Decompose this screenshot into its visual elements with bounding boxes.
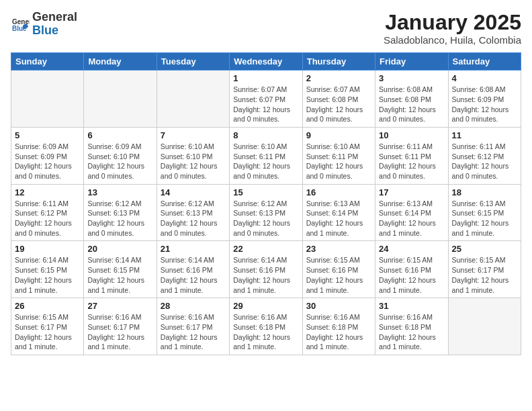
calendar-cell: 1Sunrise: 6:07 AM Sunset: 6:07 PM Daylig…: [230, 71, 302, 128]
day-number: 9: [306, 130, 371, 140]
day-number: 10: [379, 130, 444, 140]
day-number: 7: [161, 130, 226, 140]
calendar-cell: 9Sunrise: 6:10 AM Sunset: 6:11 PM Daylig…: [302, 127, 375, 184]
calendar-cell: 22Sunrise: 6:14 AM Sunset: 6:16 PM Dayli…: [230, 241, 302, 298]
day-info: Sunrise: 6:14 AM Sunset: 6:16 PM Dayligh…: [233, 255, 298, 295]
calendar-cell: 28Sunrise: 6:16 AM Sunset: 6:17 PM Dayli…: [157, 298, 229, 355]
calendar-header-wednesday: Wednesday: [230, 53, 302, 71]
day-number: 22: [233, 244, 298, 254]
day-info: Sunrise: 6:16 AM Sunset: 6:17 PM Dayligh…: [161, 312, 226, 352]
calendar-cell: 11Sunrise: 6:11 AM Sunset: 6:12 PM Dayli…: [448, 127, 521, 184]
calendar-cell: 26Sunrise: 6:15 AM Sunset: 6:17 PM Dayli…: [11, 298, 84, 355]
day-info: Sunrise: 6:15 AM Sunset: 6:16 PM Dayligh…: [379, 255, 444, 295]
day-number: 30: [306, 301, 371, 311]
calendar-cell: 19Sunrise: 6:14 AM Sunset: 6:15 PM Dayli…: [11, 241, 84, 298]
day-info: Sunrise: 6:09 AM Sunset: 6:09 PM Dayligh…: [15, 142, 80, 181]
day-info: Sunrise: 6:09 AM Sunset: 6:10 PM Dayligh…: [87, 142, 152, 181]
calendar-cell: 24Sunrise: 6:15 AM Sunset: 6:16 PM Dayli…: [375, 241, 448, 298]
calendar-cell: [157, 71, 229, 128]
calendar-cell: 3Sunrise: 6:08 AM Sunset: 6:08 PM Daylig…: [375, 71, 448, 128]
day-number: 15: [233, 187, 298, 197]
day-number: 2: [306, 73, 371, 83]
calendar-cell: 10Sunrise: 6:11 AM Sunset: 6:11 PM Dayli…: [375, 127, 448, 184]
logo-general-text: General: [32, 10, 77, 24]
month-title: January 2025: [384, 11, 521, 34]
calendar-week-row: 1Sunrise: 6:07 AM Sunset: 6:07 PM Daylig…: [11, 71, 521, 128]
calendar-cell: 16Sunrise: 6:13 AM Sunset: 6:14 PM Dayli…: [302, 184, 375, 241]
calendar-cell: 4Sunrise: 6:08 AM Sunset: 6:09 PM Daylig…: [448, 71, 521, 128]
calendar-cell: [448, 298, 521, 355]
calendar-cell: 7Sunrise: 6:10 AM Sunset: 6:10 PM Daylig…: [157, 127, 229, 184]
calendar-cell: 15Sunrise: 6:12 AM Sunset: 6:13 PM Dayli…: [230, 184, 302, 241]
logo-icon: General Blue: [11, 15, 30, 34]
day-info: Sunrise: 6:16 AM Sunset: 6:18 PM Dayligh…: [379, 312, 444, 352]
day-number: 1: [233, 73, 298, 83]
day-number: 8: [233, 130, 298, 140]
day-number: 6: [87, 130, 152, 140]
day-number: 20: [87, 244, 152, 254]
day-number: 23: [306, 244, 371, 254]
calendar-cell: 12Sunrise: 6:11 AM Sunset: 6:12 PM Dayli…: [11, 184, 84, 241]
calendar-cell: 17Sunrise: 6:13 AM Sunset: 6:14 PM Dayli…: [375, 184, 448, 241]
calendar-cell: 31Sunrise: 6:16 AM Sunset: 6:18 PM Dayli…: [375, 298, 448, 355]
day-info: Sunrise: 6:14 AM Sunset: 6:16 PM Dayligh…: [161, 255, 226, 295]
calendar-cell: 30Sunrise: 6:16 AM Sunset: 6:18 PM Dayli…: [302, 298, 375, 355]
calendar-cell: 29Sunrise: 6:16 AM Sunset: 6:18 PM Dayli…: [230, 298, 302, 355]
calendar-week-row: 19Sunrise: 6:14 AM Sunset: 6:15 PM Dayli…: [11, 241, 521, 298]
calendar-week-row: 26Sunrise: 6:15 AM Sunset: 6:17 PM Dayli…: [11, 298, 521, 355]
calendar-cell: 5Sunrise: 6:09 AM Sunset: 6:09 PM Daylig…: [11, 127, 84, 184]
calendar-cell: 13Sunrise: 6:12 AM Sunset: 6:13 PM Dayli…: [84, 184, 157, 241]
calendar-cell: 25Sunrise: 6:15 AM Sunset: 6:17 PM Dayli…: [448, 241, 521, 298]
calendar-header-row: SundayMondayTuesdayWednesdayThursdayFrid…: [11, 53, 521, 71]
day-info: Sunrise: 6:08 AM Sunset: 6:08 PM Dayligh…: [379, 85, 444, 124]
calendar-header-friday: Friday: [375, 53, 448, 71]
day-info: Sunrise: 6:16 AM Sunset: 6:18 PM Dayligh…: [233, 312, 298, 352]
calendar-week-row: 12Sunrise: 6:11 AM Sunset: 6:12 PM Dayli…: [11, 184, 521, 241]
calendar-cell: [11, 71, 84, 128]
logo: General Blue General Blue: [11, 11, 77, 38]
day-info: Sunrise: 6:11 AM Sunset: 6:12 PM Dayligh…: [452, 142, 517, 181]
location: Saladoblanco, Huila, Colombia: [384, 34, 521, 46]
day-number: 21: [161, 244, 226, 254]
day-info: Sunrise: 6:11 AM Sunset: 6:12 PM Dayligh…: [15, 199, 80, 238]
calendar-header-sunday: Sunday: [11, 53, 84, 71]
day-number: 12: [15, 187, 80, 197]
title-area: January 2025 Saladoblanco, Huila, Colomb…: [384, 11, 521, 46]
day-info: Sunrise: 6:14 AM Sunset: 6:15 PM Dayligh…: [15, 255, 80, 295]
calendar-header-thursday: Thursday: [302, 53, 375, 71]
calendar-cell: 21Sunrise: 6:14 AM Sunset: 6:16 PM Dayli…: [157, 241, 229, 298]
day-number: 19: [15, 244, 80, 254]
day-number: 13: [87, 187, 152, 197]
logo-blue-text: Blue: [32, 24, 58, 37]
day-info: Sunrise: 6:11 AM Sunset: 6:11 PM Dayligh…: [379, 142, 444, 181]
day-info: Sunrise: 6:14 AM Sunset: 6:15 PM Dayligh…: [87, 255, 152, 295]
day-number: 28: [161, 301, 226, 311]
day-number: 25: [452, 244, 517, 254]
day-info: Sunrise: 6:10 AM Sunset: 6:10 PM Dayligh…: [161, 142, 226, 181]
day-number: 11: [452, 130, 517, 140]
day-info: Sunrise: 6:12 AM Sunset: 6:13 PM Dayligh…: [87, 199, 152, 238]
day-number: 26: [15, 301, 80, 311]
day-number: 14: [161, 187, 226, 197]
day-info: Sunrise: 6:13 AM Sunset: 6:14 PM Dayligh…: [306, 199, 371, 238]
day-info: Sunrise: 6:13 AM Sunset: 6:14 PM Dayligh…: [379, 199, 444, 238]
day-number: 24: [379, 244, 444, 254]
calendar-cell: 20Sunrise: 6:14 AM Sunset: 6:15 PM Dayli…: [84, 241, 157, 298]
calendar-cell: 27Sunrise: 6:16 AM Sunset: 6:17 PM Dayli…: [84, 298, 157, 355]
calendar-header-saturday: Saturday: [448, 53, 521, 71]
calendar-cell: 14Sunrise: 6:12 AM Sunset: 6:13 PM Dayli…: [157, 184, 229, 241]
day-info: Sunrise: 6:07 AM Sunset: 6:08 PM Dayligh…: [306, 85, 371, 124]
day-info: Sunrise: 6:15 AM Sunset: 6:17 PM Dayligh…: [452, 255, 517, 295]
day-info: Sunrise: 6:16 AM Sunset: 6:18 PM Dayligh…: [306, 312, 371, 352]
day-number: 16: [306, 187, 371, 197]
day-number: 5: [15, 130, 80, 140]
day-info: Sunrise: 6:07 AM Sunset: 6:07 PM Dayligh…: [233, 85, 298, 124]
svg-text:Blue: Blue: [12, 25, 27, 32]
calendar-cell: 6Sunrise: 6:09 AM Sunset: 6:10 PM Daylig…: [84, 127, 157, 184]
day-info: Sunrise: 6:10 AM Sunset: 6:11 PM Dayligh…: [233, 142, 298, 181]
calendar-cell: 23Sunrise: 6:15 AM Sunset: 6:16 PM Dayli…: [302, 241, 375, 298]
calendar-cell: 18Sunrise: 6:13 AM Sunset: 6:15 PM Dayli…: [448, 184, 521, 241]
day-info: Sunrise: 6:16 AM Sunset: 6:17 PM Dayligh…: [87, 312, 152, 352]
day-info: Sunrise: 6:10 AM Sunset: 6:11 PM Dayligh…: [306, 142, 371, 181]
calendar-header-monday: Monday: [84, 53, 157, 71]
